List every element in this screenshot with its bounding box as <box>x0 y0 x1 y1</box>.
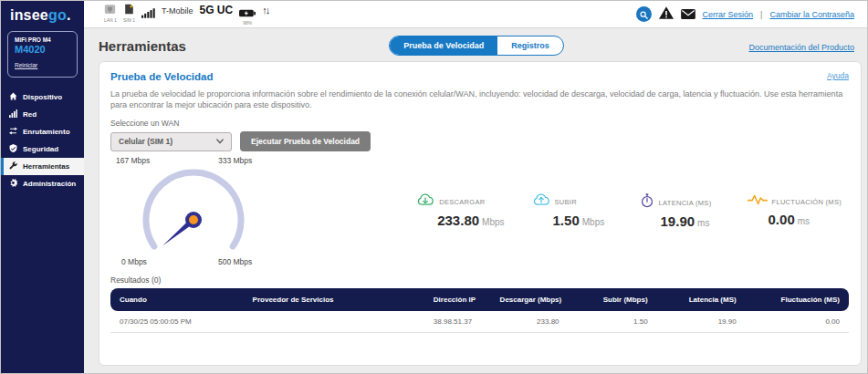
sidebar-item-seguridad[interactable]: Seguridad <box>1 140 84 158</box>
sidebar-item-herramientas[interactable]: Herramientas <box>1 158 84 175</box>
mail-button[interactable] <box>681 6 695 23</box>
metric-label: SUBIR <box>555 198 577 206</box>
col-subir: Subir (Mbps) <box>569 288 657 311</box>
carrier-label: T-Mobile <box>162 6 193 16</box>
results-row: 07/30/25 05:00:05 PM 38.98.51.37 233.80 … <box>110 311 849 333</box>
gauge-dial <box>125 163 262 265</box>
metric-download: DESCARGAR 233.80Mbps <box>416 193 504 229</box>
sidebar-item-label: Administración <box>23 180 76 188</box>
alert-button[interactable] <box>659 6 674 23</box>
results-table: Cuando Proveedor de Servicios Dirección … <box>110 288 849 333</box>
metric-label: DESCARGAR <box>439 198 485 206</box>
stopwatch-icon <box>640 193 654 212</box>
jitter-value: 0.00 <box>769 212 795 227</box>
app-window: inseego. MiFi PRO M4 M4020 Reiniciar Dis… <box>0 0 868 374</box>
upload-unit: Mbps <box>582 217 604 227</box>
device-status-group: LAN 1 SIM 1 T-Mobile 5G UC 98% ↑↓ <box>104 3 268 26</box>
search-icon <box>640 6 648 23</box>
download-unit: Mbps <box>482 217 504 227</box>
product-documentation-link[interactable]: Documentación del Producto <box>748 43 854 52</box>
sim-status: SIM 1 <box>123 3 135 23</box>
search-button[interactable] <box>636 6 652 22</box>
sidebar-item-label: Herramientas <box>23 162 69 171</box>
tab-group: Prueba de Velocidad Registros <box>389 36 564 56</box>
download-value: 233.80 <box>437 213 479 228</box>
run-speedtest-button[interactable]: Ejecutar Prueba de Velocidad <box>240 131 371 151</box>
restart-link[interactable]: Reiniciar <box>15 62 37 68</box>
logout-link[interactable]: Cerrar Sesión <box>703 10 754 19</box>
signal-strength-icon <box>141 5 155 22</box>
cell-direccion-ip: 38.98.51.37 <box>424 311 491 333</box>
battery-percent: 98% <box>243 21 252 26</box>
metric-jitter: FLUCTUACIÓN (MS) 0.00ms <box>748 193 842 228</box>
home-icon <box>9 92 17 102</box>
metric-label: FLUCTUACIÓN (MS) <box>772 198 842 206</box>
wan-select[interactable]: Celular (SIM 1) <box>110 132 232 151</box>
doc-link-wrap: Documentación del Producto <box>564 37 854 54</box>
card-header: Prueba de Velocidad Ayuda <box>110 71 849 82</box>
battery-icon <box>239 5 256 20</box>
download-cloud-icon <box>416 193 434 211</box>
gear-icon <box>9 179 17 189</box>
metric-latency: LATENCIA (MS) 19.90ms <box>640 193 720 230</box>
signal-bars-icon <box>9 109 17 119</box>
lan-status: LAN 1 <box>104 3 117 23</box>
help-link[interactable]: Ayuda <box>827 71 849 80</box>
sidebar-item-administracion[interactable]: Administración <box>1 175 84 192</box>
sidebar-item-label: Red <box>23 110 37 119</box>
upload-cloud-icon <box>532 193 550 211</box>
cell-cuando: 07/30/25 05:00:05 PM <box>110 311 244 333</box>
speedtest-card: Prueba de Velocidad Ayuda La prueba de v… <box>99 61 862 366</box>
results-header-row: Cuando Proveedor de Servicios Dirección … <box>110 288 849 311</box>
cell-proveedor <box>244 311 424 333</box>
jitter-wave-icon <box>748 193 768 210</box>
col-cuando: Cuando <box>110 288 244 311</box>
shield-icon <box>9 144 17 154</box>
topbar: LAN 1 SIM 1 T-Mobile 5G UC 98% ↑↓ <box>84 1 867 28</box>
col-proveedor: Proveedor de Servicios <box>244 288 424 311</box>
page-header: Herramientas Prueba de Velocidad Registr… <box>84 28 867 61</box>
col-descargar: Descargar (Mbps) <box>491 288 569 311</box>
network-type-label: 5G UC <box>199 4 233 16</box>
sidebar-item-enrutamiento[interactable]: Enrutamiento <box>1 123 84 140</box>
results-count-label: Resultados (0) <box>110 275 849 285</box>
metric-label: LATENCIA (MS) <box>659 199 712 207</box>
metrics-panel: DESCARGAR 233.80Mbps SUBIR 1.50Mbps <box>416 193 842 230</box>
cell-latencia: 19.90 <box>657 311 746 333</box>
latency-value: 19.90 <box>661 213 695 229</box>
col-latencia: Latencia (MS) <box>657 288 746 311</box>
col-direccion-ip: Dirección IP <box>424 288 491 311</box>
logo-text-insee: insee <box>10 7 48 23</box>
latency-unit: ms <box>697 218 709 228</box>
cell-descargar: 233.80 <box>491 311 569 333</box>
sim-icon <box>124 3 134 17</box>
battery-status: 98% <box>239 5 256 26</box>
wan-select-label: Seleccione un WAN <box>110 119 849 128</box>
sidebar-item-label: Dispositivo <box>23 93 62 101</box>
logo-text-go: go <box>48 7 67 23</box>
card-title: Prueba de Velocidad <box>110 71 213 82</box>
tab-registros[interactable]: Registros <box>497 36 563 55</box>
gauge-metrics-row: 167 Mbps 333 Mbps 0 Mbps 500 Mbps DES <box>110 153 849 270</box>
speed-gauge: 167 Mbps 333 Mbps 0 Mbps 500 Mbps <box>112 154 275 269</box>
link-separator: | <box>760 10 762 19</box>
device-model-label: MiFi PRO M4 <box>15 36 70 43</box>
sidebar-item-dispositivo[interactable]: Dispositivo <box>1 88 84 106</box>
change-password-link[interactable]: Cambiar la Contraseña <box>769 10 854 19</box>
sidebar-item-label: Seguridad <box>23 145 58 153</box>
lan-label: LAN 1 <box>104 18 117 23</box>
wrench-icon <box>9 161 17 171</box>
account-group: Cerrar Sesión | Cambiar la Contraseña <box>636 6 854 23</box>
chevron-down-icon <box>216 137 224 146</box>
metric-upload: SUBIR 1.50Mbps <box>532 193 612 229</box>
col-fluctuacion: Fluctuación (MS) <box>746 288 849 311</box>
speedtest-description: La prueba de velocidad le proporciona in… <box>110 88 849 110</box>
gauge-hub <box>187 213 200 226</box>
sidebar-item-red[interactable]: Red <box>1 106 84 123</box>
wan-selected-value: Celular (SIM 1) <box>119 137 173 146</box>
tab-prueba-de-velocidad[interactable]: Prueba de Velocidad <box>390 36 497 55</box>
upload-value: 1.50 <box>553 213 580 228</box>
sidebar-item-label: Enrutamiento <box>23 128 70 136</box>
sidebar-nav: Dispositivo Red Enrutamiento Seguridad H… <box>1 88 84 192</box>
main-area: LAN 1 SIM 1 T-Mobile 5G UC 98% ↑↓ <box>84 1 867 373</box>
